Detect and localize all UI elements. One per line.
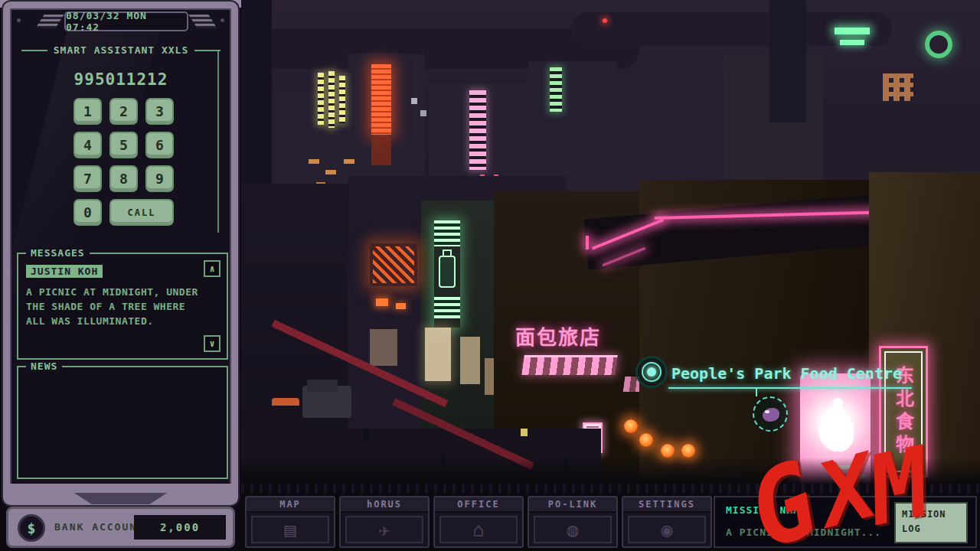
screw xyxy=(17,18,21,22)
chevron-down-icon: ∨ xyxy=(209,338,214,349)
pedestrian xyxy=(364,429,369,441)
bank-account-label: BANK ACCOUNT xyxy=(54,521,145,533)
game-screen: 面包旅店 东北食物 xyxy=(0,0,980,551)
neon-sign-red-dim xyxy=(371,138,391,165)
bottle-icon xyxy=(439,256,456,288)
keypad-button-3[interactable]: 3 xyxy=(145,98,174,125)
location-tick xyxy=(756,389,757,396)
location-underline xyxy=(668,387,912,389)
shop-window-glow xyxy=(460,337,480,384)
message-sender[interactable]: JUSTIN KOH xyxy=(26,265,103,278)
keypad-button-7[interactable]: 7 xyxy=(74,165,102,192)
nav-button-horus[interactable]: hORUS ✈ xyxy=(339,496,430,548)
screw xyxy=(220,18,224,22)
globe-network-icon: ◍ xyxy=(567,519,578,541)
mission-log-button[interactable]: MISSION LOG xyxy=(894,502,968,543)
header-bracket-line xyxy=(217,51,219,233)
awning-striped xyxy=(521,355,618,375)
reticle-ring xyxy=(642,362,662,382)
dials-icon: ◉ xyxy=(661,519,672,541)
plane-ticket-icon: ✈ xyxy=(378,519,390,541)
assistant-header: SMART ASSISTANT XXLS xyxy=(21,44,220,56)
neon-bar-green xyxy=(835,28,870,34)
call-button[interactable]: CALL xyxy=(109,199,174,226)
poi-circle-icon[interactable] xyxy=(753,396,788,432)
nav-button-office[interactable]: OFFICE ⌂ xyxy=(433,496,524,548)
red-beacon xyxy=(603,18,607,23)
location-label[interactable]: People's Park Food Centre xyxy=(671,364,902,383)
window-light xyxy=(325,170,336,174)
keypad-button-1[interactable]: 1 xyxy=(74,98,102,125)
neon-window-strip xyxy=(469,90,486,170)
nav-button-po-link[interactable]: PO-LINK ◍ xyxy=(528,496,618,548)
orange-neon-sign xyxy=(370,243,417,286)
neon-bars xyxy=(434,297,460,318)
neon-bar-green xyxy=(840,40,864,45)
neon-window-strip xyxy=(550,67,562,112)
nav-label: MAP xyxy=(247,497,334,513)
nav-label: SETTINGS xyxy=(623,497,710,513)
mission-name-value: A PICNIC AT MIDNIGHT... xyxy=(726,527,881,538)
chevron-up-icon: ∧ xyxy=(209,263,214,274)
keypad-button-2[interactable]: 2 xyxy=(109,98,138,125)
pedestrian-yellow xyxy=(521,429,528,436)
neon-strokes xyxy=(373,246,414,283)
nav-label: PO-LINK xyxy=(529,497,616,513)
orange-lamp xyxy=(396,303,406,309)
nav-button-map[interactable]: MAP ▤ xyxy=(245,496,335,548)
keypad-button-9[interactable]: 9 xyxy=(145,165,174,192)
nav-button-settings[interactable]: SETTINGS ◉ xyxy=(622,496,712,548)
scroll-down-button[interactable]: ∨ xyxy=(204,335,220,352)
umbrella xyxy=(272,398,299,406)
neon-ring-green xyxy=(925,31,952,58)
shop-window-glow xyxy=(425,328,451,381)
keypad-button-4[interactable]: 4 xyxy=(74,132,102,158)
dialed-number-display: 995011212 xyxy=(46,70,196,89)
keypad-button-6[interactable]: 6 xyxy=(145,132,174,158)
nav-label: OFFICE xyxy=(435,497,522,513)
neon-bars xyxy=(434,220,460,246)
bank-account-value: 2,000 xyxy=(134,515,226,540)
lantern xyxy=(639,433,653,447)
hostel-neon-sign: 面包旅店 xyxy=(515,321,610,349)
city-scene: 面包旅店 东北食物 xyxy=(241,0,980,496)
neon-sign-red xyxy=(371,64,391,135)
office-icon: ⌂ xyxy=(472,519,484,541)
news-title: NEWS xyxy=(26,360,62,372)
hand-shape xyxy=(832,398,843,421)
neon-window-strip xyxy=(339,76,345,123)
truck-cab xyxy=(307,380,338,392)
window-grid xyxy=(883,73,913,101)
shop-window-glow xyxy=(370,329,397,366)
orange-lamp xyxy=(376,298,388,306)
messages-panel: MESSAGES JUSTIN KOH A PICNIC AT MIDNIGHT… xyxy=(17,253,228,360)
neon-roofline xyxy=(586,236,589,249)
neon-window-strip xyxy=(318,73,324,125)
window-light xyxy=(344,159,354,164)
header-line xyxy=(194,50,220,51)
keypad-button-0[interactable]: 0 xyxy=(74,199,102,226)
smokestack-silhouette xyxy=(769,0,806,122)
window-light xyxy=(309,159,319,164)
lantern xyxy=(661,444,675,458)
map-icon: ▤ xyxy=(284,519,296,541)
keypad-button-5[interactable]: 5 xyxy=(109,132,138,158)
window-light xyxy=(420,110,426,116)
bird-glint xyxy=(765,410,769,413)
neon-window-strip xyxy=(328,71,335,128)
scroll-up-button[interactable]: ∧ xyxy=(204,260,220,277)
location-reticle-icon[interactable] xyxy=(635,356,668,388)
pharmacy-neon-sign xyxy=(434,220,460,328)
reticle-dot xyxy=(647,367,656,377)
bank-account-bar: $ BANK ACCOUNT 2,000 xyxy=(6,507,235,548)
dollar-icon: $ xyxy=(18,514,45,542)
header-line xyxy=(21,50,47,51)
mission-name-label: MISSION NAME xyxy=(726,504,807,516)
mission-panel: MISSION NAME A PICNIC AT MIDNIGHT... MIS… xyxy=(714,496,977,548)
news-panel: NEWS xyxy=(17,366,228,479)
bottle-icon xyxy=(443,249,452,256)
keypad-button-8[interactable]: 8 xyxy=(109,165,138,192)
datetime-display: 08/03/32 MON 07:42 xyxy=(64,11,188,31)
lantern xyxy=(624,419,638,433)
lantern xyxy=(681,444,695,458)
